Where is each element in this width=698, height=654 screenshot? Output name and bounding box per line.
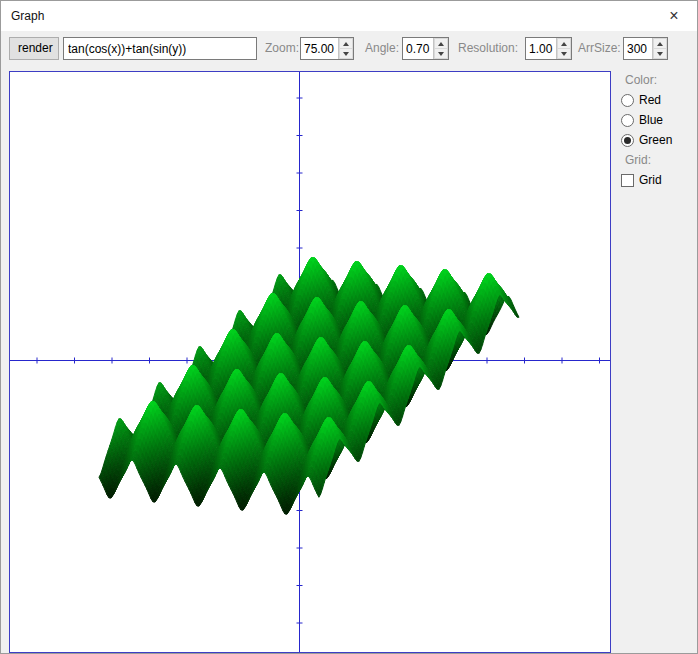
down-arrow-icon [561,52,567,56]
arrsize-up-button[interactable] [653,38,667,49]
resolution-input[interactable] [526,38,556,59]
plot-canvas [10,72,610,652]
checkbox-icon [621,174,634,187]
angle-spinner [402,37,449,60]
angle-up-button[interactable] [434,38,448,49]
plot-area [9,71,611,653]
angle-down-button[interactable] [434,49,448,59]
grid-section-label: Grid: [625,153,698,167]
resolution-down-button[interactable] [557,49,571,59]
color-radio-blue[interactable]: Blue [621,113,698,127]
arrsize-label: ArrSize: [578,37,621,60]
angle-spin-buttons [433,38,448,59]
up-arrow-icon [343,42,349,46]
grid-checkbox-row[interactable]: Grid [621,173,698,187]
resolution-up-button[interactable] [557,38,571,49]
color-section-label: Color: [625,73,698,87]
window-title: Graph [11,1,44,31]
graph-window: Graph × render Zoom: Angle: Resolution: [0,0,698,654]
zoom-spin-buttons [338,38,353,59]
resolution-spin-buttons [556,38,571,59]
radio-icon [621,114,634,127]
up-arrow-icon [657,42,663,46]
options-panel: Color: RedBlueGreen Grid: Grid [613,71,698,653]
zoom-spinner [300,37,354,60]
up-arrow-icon [438,42,444,46]
down-arrow-icon [657,52,663,56]
color-radio-red[interactable]: Red [621,93,698,107]
angle-input[interactable] [403,38,433,59]
zoom-down-button[interactable] [339,49,353,59]
arrsize-spinner [623,37,668,60]
resolution-spinner [525,37,572,60]
color-radio-label: Blue [639,113,663,127]
radio-icon [621,134,634,147]
title-bar: Graph × [1,1,697,31]
close-icon: × [669,7,678,25]
toolbar: render Zoom: Angle: Resolution: [1,31,697,67]
color-options: RedBlueGreen [613,93,698,147]
zoom-input[interactable] [301,38,338,59]
up-arrow-icon [561,42,567,46]
arrsize-spin-buttons [652,38,667,59]
close-button[interactable]: × [651,1,697,31]
angle-label: Angle: [365,37,399,60]
resolution-label: Resolution: [458,37,518,60]
render-button[interactable]: render [9,37,59,60]
radio-icon [621,94,634,107]
color-radio-green[interactable]: Green [621,133,698,147]
grid-checkbox-label: Grid [639,173,662,187]
color-radio-label: Red [639,93,661,107]
down-arrow-icon [343,52,349,56]
arrsize-down-button[interactable] [653,49,667,59]
zoom-label: Zoom: [265,37,299,60]
down-arrow-icon [438,52,444,56]
function-input[interactable] [63,37,257,60]
zoom-up-button[interactable] [339,38,353,49]
arrsize-input[interactable] [624,38,652,59]
color-radio-label: Green [639,133,672,147]
